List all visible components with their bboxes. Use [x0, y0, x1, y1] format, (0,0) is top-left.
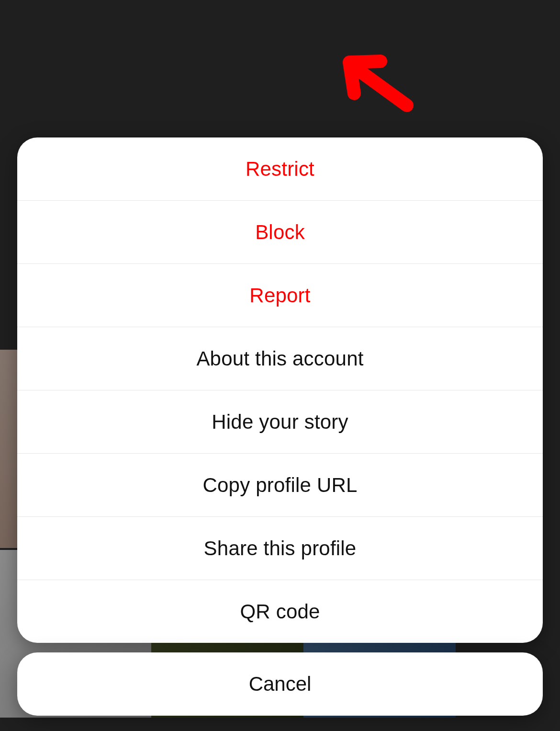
- action-sheet-container: Restrict Block Report About this account…: [0, 132, 560, 731]
- option-label: Report: [249, 284, 310, 307]
- hide-your-story-option[interactable]: Hide your story: [17, 390, 543, 454]
- option-label: Restrict: [246, 158, 314, 181]
- option-label: About this account: [196, 347, 363, 370]
- report-option[interactable]: Report: [17, 264, 543, 327]
- about-this-account-option[interactable]: About this account: [17, 327, 543, 390]
- share-this-profile-option[interactable]: Share this profile: [17, 517, 543, 580]
- block-option[interactable]: Block: [17, 201, 543, 264]
- option-label: Hide your story: [212, 411, 348, 434]
- copy-profile-url-option[interactable]: Copy profile URL: [17, 454, 543, 517]
- option-label: Share this profile: [204, 537, 357, 560]
- cancel-button[interactable]: Cancel: [17, 652, 543, 716]
- action-sheet: Restrict Block Report About this account…: [17, 137, 543, 643]
- qr-code-option[interactable]: QR code: [17, 580, 543, 643]
- option-label: Copy profile URL: [203, 474, 358, 497]
- restrict-option[interactable]: Restrict: [17, 137, 543, 201]
- cancel-label: Cancel: [249, 673, 312, 696]
- option-label: QR code: [240, 600, 320, 623]
- option-label: Block: [255, 221, 305, 244]
